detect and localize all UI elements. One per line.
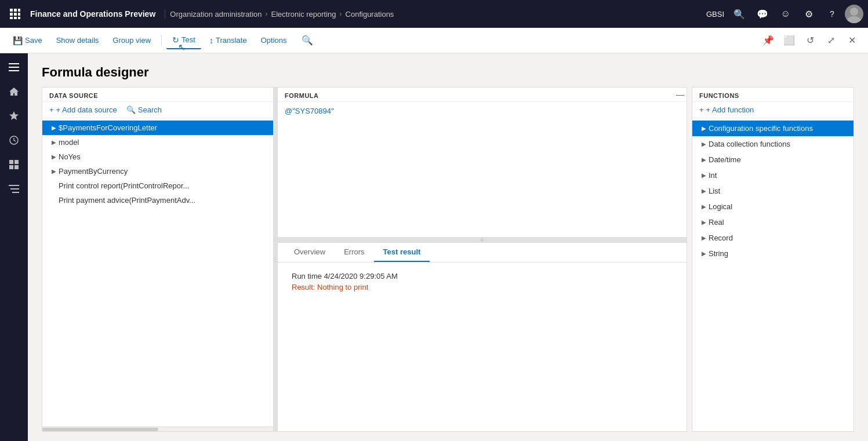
main-layout: Formula designer DATA SOURCE + + Add dat… (0, 53, 868, 441)
datasource-tree: ▶ $PaymentsForCoveringLetter ▶ model ▶ N… (42, 118, 273, 427)
sidebar-item-modules[interactable] (2, 177, 26, 201)
fn-item-label: Data collection functions (709, 140, 847, 148)
fn-item-label: Real (709, 218, 847, 227)
show-details-label: Show details (56, 36, 99, 45)
fn-item-label: Date/time (709, 155, 847, 164)
svg-rect-5 (18, 13, 20, 16)
breadcrumb-org-admin[interactable]: Organization administration (170, 10, 262, 19)
search-icon-btn[interactable]: 🔍 (729, 3, 750, 24)
formula-panel: FORMULA @"SYS70894" — = OverviewErrorsTe… (277, 87, 687, 432)
bottom-panel: OverviewErrorsTest result Run time 4/24/… (277, 242, 687, 432)
bottom-tab-errors[interactable]: Errors (335, 243, 373, 262)
close-icon-btn[interactable]: ✕ (842, 31, 861, 50)
fn-item-label: Logical (709, 202, 847, 211)
breadcrumb-sep-1: › (266, 10, 268, 18)
content-area: Formula designer DATA SOURCE + + Add dat… (28, 53, 868, 441)
functions-panel: FUNCTIONS + + Add function ▶ Configurati… (692, 87, 854, 432)
sidebar-item-workspaces[interactable] (2, 153, 26, 176)
function-tree-item[interactable]: ▶ Logical (692, 199, 854, 214)
add-function-label: + Add function (706, 105, 754, 114)
sidebar-item-menu[interactable] (2, 56, 26, 79)
formula-collapse-btn[interactable]: — (676, 90, 684, 99)
fn-chevron-icon: ▶ (699, 141, 709, 147)
fn-chevron-icon: ▶ (699, 219, 709, 225)
datasource-scrollbar[interactable] (42, 427, 273, 431)
svg-rect-16 (14, 160, 19, 164)
tree-chevron-icon: ▶ (49, 139, 59, 145)
datasource-tree-item[interactable]: ▶ model (42, 135, 273, 150)
formula-content[interactable]: @"SYS70894" (278, 102, 687, 237)
cmdbar-search-icon[interactable]: 🔍 (297, 30, 318, 51)
add-icon: + (49, 105, 54, 114)
bottom-tab-overview[interactable]: Overview (285, 243, 335, 262)
svg-rect-3 (10, 13, 13, 16)
sidebar (0, 53, 28, 441)
avatar[interactable] (845, 5, 863, 23)
datasource-tree-item[interactable]: ▶ PaymentByCurrency (42, 164, 273, 178)
expand-icon-btn[interactable]: ⬜ (780, 31, 798, 50)
datasource-scrollbar-thumb (42, 428, 158, 431)
function-tree-item[interactable]: ▶ Record (692, 230, 854, 246)
tree-item-label: $PaymentsForCoveringLetter (59, 123, 266, 132)
test-label: Test (181, 35, 195, 44)
fn-chevron-icon: ▶ (699, 125, 709, 132)
function-tree-item[interactable]: ▶ String (692, 246, 854, 261)
show-details-button[interactable]: Show details (50, 32, 105, 48)
add-function-button[interactable]: + + Add function (692, 102, 854, 118)
datasource-tree-item[interactable]: Print payment advice(PrintPaymentAdv... (42, 193, 273, 207)
sidebar-item-favorites[interactable] (2, 104, 26, 127)
bottom-tab-test-result[interactable]: Test result (374, 243, 430, 262)
sidebar-item-recent[interactable] (2, 129, 26, 152)
sidebar-item-home[interactable] (2, 80, 26, 103)
reload-icon-btn[interactable]: ↺ (801, 31, 819, 50)
add-datasource-button[interactable]: + + Add data source (49, 105, 117, 114)
datasource-tree-item[interactable]: ▶ NoYes (42, 150, 273, 164)
svg-rect-11 (9, 63, 19, 64)
breadcrumb-configurations[interactable]: Configurations (346, 10, 394, 19)
cmdbar-right-actions: 📌 ⬜ ↺ ⤢ ✕ (759, 31, 861, 50)
settings-icon-btn[interactable]: ⚙ (798, 3, 819, 24)
datasource-tree-item[interactable]: ▶ $PaymentsForCoveringLetter (42, 121, 273, 135)
breadcrumb-electronic-reporting[interactable]: Electronic reporting (271, 10, 336, 19)
save-icon: 💾 (13, 36, 23, 45)
add-function-icon: + (699, 105, 704, 114)
function-tree-item[interactable]: ▶ Configuration specific functions (692, 121, 854, 136)
fn-item-label: String (709, 249, 847, 258)
functions-tree: ▶ Configuration specific functions ▶ Dat… (692, 118, 854, 431)
functions-header: FUNCTIONS (692, 88, 854, 102)
options-button[interactable]: Options (255, 32, 293, 48)
svg-rect-18 (14, 165, 19, 169)
tree-item-label: Print control report(PrintControlRepor..… (59, 181, 266, 190)
tree-chevron-icon: ▶ (49, 168, 59, 174)
svg-point-9 (850, 8, 858, 16)
popout-icon-btn[interactable]: ⤢ (822, 31, 840, 50)
formula-resizer[interactable]: = (277, 238, 687, 242)
svg-rect-21 (12, 192, 19, 193)
cmdbar: 💾 Save Show details Group view ↻ Test ↖ … (0, 28, 868, 53)
page-title: Formula designer (42, 65, 854, 80)
bottom-content: Run time 4/24/2020 9:29:05 AM Result: No… (278, 263, 687, 301)
tree-item-label: PaymentByCurrency (59, 167, 266, 176)
datasource-header: DATA SOURCE (42, 88, 273, 102)
function-tree-item[interactable]: ▶ List (692, 183, 854, 199)
svg-rect-19 (9, 185, 19, 186)
translate-button[interactable]: ↕ Translate (204, 32, 253, 49)
function-tree-item[interactable]: ▶ Real (692, 214, 854, 230)
datasource-tree-item[interactable]: Print control report(PrintControlRepor..… (42, 178, 273, 193)
smiley-icon-btn[interactable]: ☺ (775, 3, 796, 24)
save-button[interactable]: 💾 Save (7, 32, 48, 49)
chat-icon-btn[interactable]: 💬 (752, 3, 773, 24)
run-time: Run time 4/24/2020 9:29:05 AM (292, 272, 673, 280)
test-button[interactable]: ↻ Test ↖ (166, 32, 201, 49)
app-grid-icon[interactable] (5, 3, 26, 24)
group-view-button[interactable]: Group view (107, 32, 157, 48)
function-tree-item[interactable]: ▶ Date/time (692, 152, 854, 167)
svg-rect-17 (9, 165, 13, 169)
svg-rect-8 (18, 17, 20, 19)
search-datasource-button[interactable]: 🔍 Search (126, 105, 162, 114)
function-tree-item[interactable]: ▶ Int (692, 167, 854, 183)
function-tree-item[interactable]: ▶ Data collection functions (692, 136, 854, 152)
help-icon-btn[interactable]: ? (822, 3, 842, 24)
pin-icon-btn[interactable]: 📌 (759, 31, 778, 50)
svg-rect-2 (18, 9, 20, 12)
